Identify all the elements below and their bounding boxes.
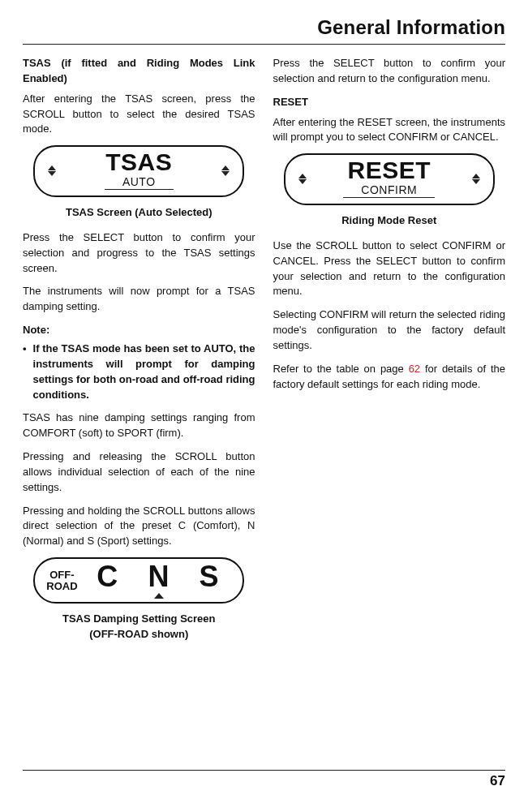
- panel-center: RESET CONFIRM: [313, 158, 466, 199]
- preset-c: C: [97, 562, 119, 599]
- bullet-icon: •: [23, 342, 27, 402]
- section-heading-tsas: TSAS (if fitted and Riding Modes Link En…: [23, 56, 255, 87]
- caption-line-1: TSAS Damping Setting Screen: [62, 612, 216, 625]
- page-title: General Information: [23, 16, 505, 39]
- selector-arrow-icon: [154, 593, 164, 599]
- panel-side-line2: ROAD: [46, 581, 77, 592]
- body-text: TSAS has nine damping settings ranging f…: [23, 410, 255, 441]
- body-text: Press the SELECT button to confirm your …: [273, 56, 506, 87]
- figure-caption: TSAS Damping Setting Screen (OFF-ROAD sh…: [23, 612, 255, 642]
- panel-big-label: TSAS: [62, 150, 215, 174]
- caption-line-2: (OFF-ROAD shown): [89, 628, 188, 640]
- body-text: Selecting CONFIRM will return the select…: [273, 307, 506, 354]
- body-text: Refer to the table on page 62 for detail…: [273, 362, 506, 393]
- body-text: Use the SCROLL button to select CONFIRM …: [273, 238, 506, 299]
- panel-sub-label: AUTO: [105, 176, 174, 190]
- scroll-arrows-icon: [472, 174, 480, 184]
- body-text: After entering the RESET screen, the ins…: [273, 115, 506, 146]
- lcd-panel-reset: RESET CONFIRM: [284, 153, 495, 205]
- body-text: The instruments will now prompt for a TS…: [23, 284, 255, 315]
- panel-side-line1: OFF-: [46, 569, 77, 581]
- lcd-panel-tsas: TSAS AUTO: [33, 145, 244, 197]
- right-column: Press the SELECT button to confirm your …: [273, 56, 506, 652]
- page: General Information TSAS (if fitted and …: [0, 0, 528, 812]
- body-text: Pressing and holding the SCROLL buttons …: [23, 504, 255, 550]
- preset-n: N: [148, 560, 170, 593]
- body-text: After entering the TSAS screen, press th…: [23, 92, 255, 138]
- figure-caption: Riding Mode Reset: [273, 213, 506, 229]
- panel-center: TSAS AUTO: [62, 150, 215, 191]
- scroll-arrows-icon: [48, 165, 56, 176]
- body-text-part: Refer to the table on page: [273, 363, 409, 375]
- page-reference-link[interactable]: 62: [409, 363, 420, 375]
- lcd-panel-cns: OFF- ROAD C N S: [33, 557, 244, 604]
- section-heading-reset: RESET: [273, 95, 506, 110]
- panel-big-label: RESET: [313, 158, 466, 183]
- panel-side-label: OFF- ROAD: [46, 569, 77, 591]
- preset-s: S: [200, 562, 221, 599]
- note-bullet-text: If the TSAS mode has been set to AUTO, t…: [33, 342, 255, 402]
- body-text: Press the SELECT button to confirm your …: [23, 230, 255, 277]
- body-text: Pressing and releasing the SCROLL button…: [23, 449, 255, 496]
- note-label: Note:: [23, 323, 255, 338]
- scroll-arrows-icon: [298, 174, 307, 184]
- figure-caption: TSAS Screen (Auto Selected): [23, 205, 255, 221]
- note-bullet: • If the TSAS mode has been set to AUTO,…: [23, 342, 255, 402]
- left-column: TSAS (if fitted and Riding Modes Link En…: [23, 56, 255, 652]
- cns-letters: C N S: [83, 562, 235, 599]
- preset-n-selected: N: [148, 562, 170, 599]
- scroll-arrows-icon: [221, 165, 230, 176]
- page-number: 67: [23, 770, 505, 789]
- columns: TSAS (if fitted and Riding Modes Link En…: [23, 56, 505, 652]
- top-rule: [23, 44, 505, 45]
- panel-sub-label: CONFIRM: [343, 184, 435, 198]
